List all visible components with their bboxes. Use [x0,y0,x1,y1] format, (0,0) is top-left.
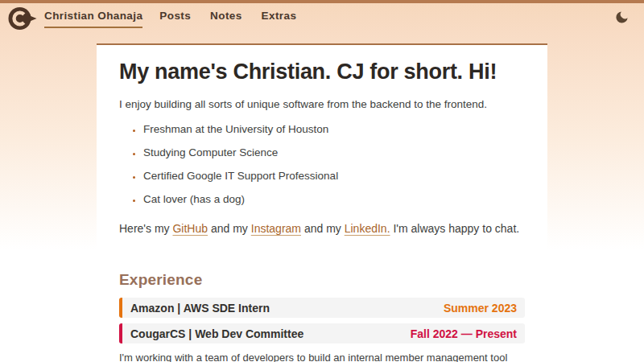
experience-period: Summer 2023 [444,302,517,315]
experience-heading: Experience [119,271,525,289]
experience-title: CougarCS | Web Dev Committee [130,327,303,340]
about-list-item: Certified Google IT Support Professional [143,170,525,182]
links-line-text: Here's my [119,222,172,235]
experience-row-cougarcs: CougarCS | Web Dev Committee Fall 2022 —… [119,323,525,343]
content-card: My name's Christian. CJ for short. Hi! I… [97,43,547,362]
linkedin-link[interactable]: LinkedIn. [345,222,390,235]
instagram-link[interactable]: Instagram [251,222,301,235]
experience-title: Amazon | AWS SDE Intern [130,302,270,315]
experience-period: Fall 2022 — Present [411,327,517,340]
experience-description: I'm working with a team of developers to… [119,349,525,362]
nav-item-notes[interactable]: Notes [210,10,242,28]
links-line-text: and my [301,222,345,235]
site-logo[interactable] [8,6,37,31]
links-line-text: I'm always happy to chat. [390,222,520,235]
about-list-item: Studying Computer Science [143,146,525,158]
intro-text: I enjoy building all sorts of unique sof… [119,98,525,110]
about-list-item: Cat lover (has a dog) [143,193,525,205]
about-list: Freshman at the University of Houston St… [119,123,525,205]
nav-item-posts[interactable]: Posts [159,10,191,28]
theme-toggle-button[interactable] [613,8,631,30]
social-links-line: Here's my GitHub and my Instagram and my… [119,222,525,235]
about-list-item: Freshman at the University of Houston [143,123,525,135]
page-title: My name's Christian. CJ for short. Hi! [119,60,525,84]
moon-icon [614,10,630,25]
links-line-text: and my [208,222,251,235]
github-link[interactable]: GitHub [172,222,208,235]
main-nav: Posts Notes Extras [159,10,296,28]
page-background: Christian Ohanaja Posts Notes Extras My … [0,0,644,362]
experience-row-amazon: Amazon | AWS SDE Intern Summer 2023 [119,298,525,318]
experience-section: Experience Amazon | AWS SDE Intern Summe… [119,271,525,362]
nav-item-extras[interactable]: Extras [262,10,297,28]
site-header: Christian Ohanaja Posts Notes Extras [0,3,644,34]
site-name-link[interactable]: Christian Ohanaja [44,10,142,28]
c-arrow-logo-icon [8,6,37,31]
